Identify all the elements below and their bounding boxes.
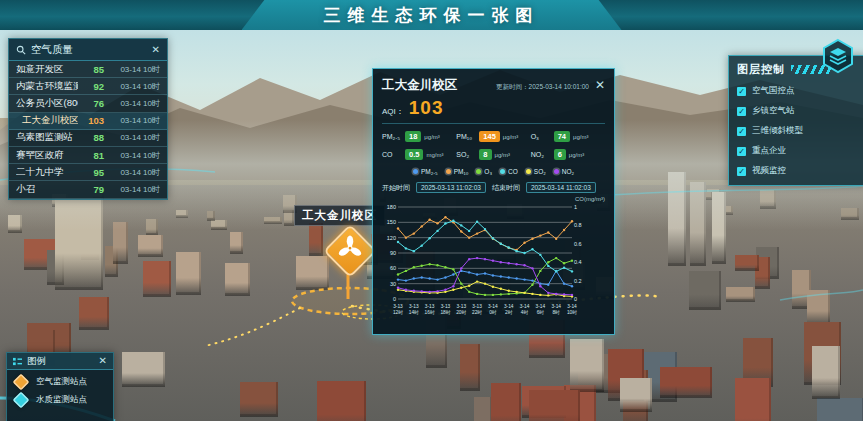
legend-label: PM₂.₅ bbox=[421, 168, 438, 175]
layer-label: 三维倾斜模型 bbox=[752, 125, 803, 137]
search-icon[interactable] bbox=[16, 45, 26, 55]
end-time-input[interactable]: 2025-03-14 11:02:03 bbox=[526, 182, 596, 193]
pollutant-value-badge: 145 bbox=[479, 131, 500, 142]
start-time-input[interactable]: 2025-03-13 11:02:03 bbox=[416, 182, 486, 193]
layer-toggle-row[interactable]: ✓空气国控点 bbox=[737, 85, 859, 97]
svg-text:3-14: 3-14 bbox=[536, 304, 546, 309]
svg-text:0.2: 0.2 bbox=[574, 278, 582, 284]
station-row[interactable]: 乌素图监测站8803-14 10时 bbox=[9, 130, 167, 147]
chart-legend-item[interactable]: PM₂.₅ bbox=[413, 168, 438, 175]
layer-toggle-row[interactable]: ✓重点企业 bbox=[737, 145, 859, 157]
close-icon[interactable]: ✕ bbox=[99, 356, 107, 366]
layer-toggle-row[interactable]: ✓乡镇空气站 bbox=[737, 105, 859, 117]
pollutant-item: O₃74μg/m³ bbox=[531, 131, 605, 142]
building bbox=[138, 235, 163, 257]
station-name: 公务员小区(800) bbox=[16, 97, 78, 110]
svg-text:2时: 2时 bbox=[505, 310, 513, 315]
station-panel-title: 空气质量 bbox=[31, 43, 147, 57]
building bbox=[122, 352, 165, 387]
station-row[interactable]: 工大金川校区10303-14 10时 bbox=[9, 113, 167, 130]
pollutant-unit: μg/m³ bbox=[424, 134, 439, 140]
svg-text:0.4: 0.4 bbox=[574, 259, 582, 265]
svg-text:14时: 14时 bbox=[409, 310, 419, 315]
layer-hexagon-button[interactable] bbox=[820, 38, 856, 74]
station-row[interactable]: 小召7903-14 10时 bbox=[9, 181, 167, 198]
station-name: 小召 bbox=[16, 183, 78, 196]
pollutant-value-badge: 0.5 bbox=[405, 149, 423, 160]
station-row[interactable]: 如意开发区8503-14 10时 bbox=[9, 61, 167, 78]
layer-toggle-row[interactable]: ✓三维倾斜模型 bbox=[737, 125, 859, 137]
svg-text:3-14: 3-14 bbox=[551, 304, 561, 309]
update-time: 更新时间：2025-03-14 10:01:00 bbox=[496, 83, 589, 92]
station-row[interactable]: 二十九中学9503-14 10时 bbox=[9, 164, 167, 181]
legend-icon bbox=[13, 357, 22, 366]
legend-items: 空气监测站点水质监测站点 bbox=[7, 370, 113, 406]
svg-text:22时: 22时 bbox=[472, 310, 482, 315]
building bbox=[176, 252, 201, 295]
building bbox=[807, 290, 830, 325]
svg-text:180: 180 bbox=[387, 204, 396, 210]
checkbox-checked-icon[interactable]: ✓ bbox=[737, 127, 746, 136]
svg-text:30: 30 bbox=[390, 281, 396, 287]
building bbox=[79, 297, 109, 330]
building bbox=[491, 383, 521, 421]
checkbox-checked-icon[interactable]: ✓ bbox=[737, 87, 746, 96]
aqi-value: 103 bbox=[409, 97, 444, 119]
legend-label: O₃ bbox=[484, 168, 492, 175]
station-row[interactable]: 赛罕区政府8103-14 10时 bbox=[9, 147, 167, 164]
svg-text:6时: 6时 bbox=[537, 310, 545, 315]
layer-rows: ✓空气国控点✓乡镇空气站✓三维倾斜模型✓重点企业✓视频监控 bbox=[737, 85, 859, 177]
pollutant-name: PM₂.₅ bbox=[382, 133, 402, 140]
building bbox=[474, 397, 492, 421]
svg-text:3-13: 3-13 bbox=[409, 304, 419, 309]
svg-text:10时: 10时 bbox=[567, 310, 577, 315]
building bbox=[230, 232, 243, 254]
layer-toggle-row[interactable]: ✓视频监控 bbox=[737, 165, 859, 177]
pollutant-trend-chart: 030609012015018000.20.40.60.813-1312时3-1… bbox=[382, 202, 605, 328]
station-row[interactable]: 公务员小区(800)7603-14 10时 bbox=[9, 95, 167, 112]
station-name: 如意开发区 bbox=[16, 63, 78, 76]
svg-text:8时: 8时 bbox=[552, 310, 560, 315]
svg-text:0: 0 bbox=[393, 296, 396, 302]
popup-title: 工大金川校区 bbox=[382, 77, 457, 94]
chart-legend-item[interactable]: CO bbox=[500, 168, 518, 175]
station-update-time: 03-14 10时 bbox=[104, 150, 160, 161]
station-update-time: 03-14 10时 bbox=[104, 184, 160, 195]
close-icon[interactable]: ✕ bbox=[152, 45, 160, 55]
station-list-panel: 空气质量 ✕ 如意开发区8503-14 10时内蒙古环境监测站9203-14 1… bbox=[8, 38, 168, 200]
pollutant-name: O₃ bbox=[531, 133, 551, 140]
checkbox-checked-icon[interactable]: ✓ bbox=[737, 147, 746, 156]
layer-label: 乡镇空气站 bbox=[752, 105, 795, 117]
legend-dot-icon bbox=[413, 169, 418, 174]
chart-legend-item[interactable]: PM₁₀ bbox=[446, 168, 469, 175]
legend-label: PM₁₀ bbox=[454, 168, 469, 175]
top-banner: 三维生态环保一张图 bbox=[0, 0, 863, 30]
building bbox=[143, 261, 171, 297]
legend-item: 水质监测站点 bbox=[7, 388, 113, 406]
checkbox-checked-icon[interactable]: ✓ bbox=[737, 167, 746, 176]
building bbox=[735, 378, 771, 421]
svg-text:4时: 4时 bbox=[521, 310, 529, 315]
pollutant-value-badge: 74 bbox=[554, 131, 570, 142]
legend-item-label: 水质监测站点 bbox=[36, 394, 87, 406]
svg-text:12时: 12时 bbox=[393, 310, 403, 315]
map-legend-panel: 图例 ✕ 空气监测站点水质监测站点 bbox=[6, 352, 114, 421]
chart-legend-item[interactable]: NO₂ bbox=[554, 168, 574, 175]
svg-text:18时: 18时 bbox=[440, 310, 450, 315]
pollutant-item: PM₂.₅18μg/m³ bbox=[382, 131, 456, 142]
pollutant-item: CO0.5mg/m³ bbox=[382, 149, 456, 160]
chart-legend: PM₂.₅PM₁₀O₃COSO₂NO₂ bbox=[382, 168, 605, 175]
chart-legend-item[interactable]: O₃ bbox=[476, 168, 492, 175]
building bbox=[817, 398, 863, 421]
station-row[interactable]: 内蒙古环境监测站9203-14 10时 bbox=[9, 78, 167, 95]
layer-control-panel: 图层控制 ✓空气国控点✓乡镇空气站✓三维倾斜模型✓重点企业✓视频监控 bbox=[728, 55, 863, 186]
legend-dot-icon bbox=[446, 169, 451, 174]
close-icon[interactable]: ✕ bbox=[595, 80, 605, 90]
pollutant-unit: μg/m³ bbox=[495, 152, 510, 158]
layer-label: 视频监控 bbox=[752, 165, 786, 177]
chart-legend-item[interactable]: SO₂ bbox=[526, 168, 546, 175]
svg-text:3-14: 3-14 bbox=[504, 304, 514, 309]
checkbox-checked-icon[interactable]: ✓ bbox=[737, 107, 746, 116]
station-aqi-value: 103 bbox=[78, 115, 104, 126]
svg-text:16时: 16时 bbox=[425, 310, 435, 315]
